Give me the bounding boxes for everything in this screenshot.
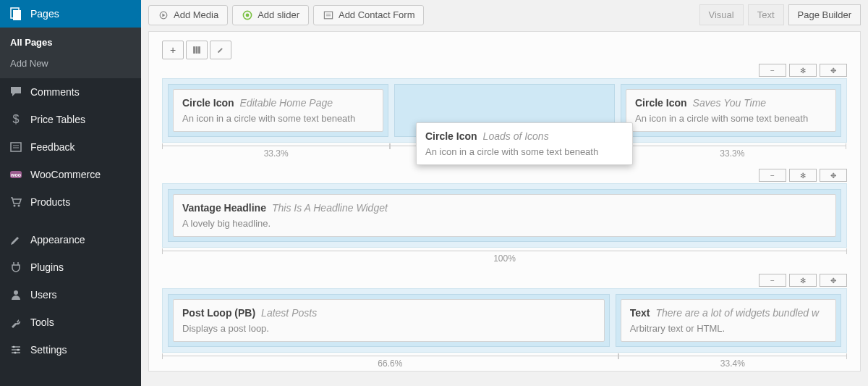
sidebar-item-products[interactable]: Products — [0, 188, 141, 216]
sidebar-item-settings[interactable]: Settings — [0, 336, 141, 364]
builder-cell[interactable]: Circle IconEditable Home Page An icon in… — [168, 84, 388, 137]
svg-point-14 — [13, 346, 15, 348]
svg-rect-23 — [193, 46, 195, 54]
tab-visual[interactable]: Visual — [699, 4, 744, 25]
prebuilt-button[interactable] — [210, 41, 231, 59]
user-icon — [9, 288, 23, 302]
svg-rect-1 — [13, 10, 21, 20]
sidebar-item-users[interactable]: Users — [0, 281, 141, 309]
slider-icon — [242, 9, 253, 21]
widget-text[interactable]: TextThere are a lot of widgets bundled w… — [621, 299, 836, 342]
subitem-add-new[interactable]: Add New — [0, 53, 141, 74]
row-delete-button[interactable]: − — [759, 64, 786, 77]
widget-vantage-headline[interactable]: Vantage HeadlineThis Is A Headline Widge… — [173, 194, 836, 237]
row-delete-button[interactable]: − — [759, 274, 786, 287]
svg-point-19 — [246, 13, 250, 17]
svg-rect-25 — [198, 46, 200, 54]
wrench-icon — [9, 315, 23, 330]
builder-cell[interactable]: Post Loop (PB)Latest Posts Displays a po… — [168, 294, 610, 347]
add-slider-button[interactable]: Add slider — [232, 5, 309, 25]
row-ruler: 66.6% 33.4% — [162, 356, 847, 369]
plug-icon — [9, 260, 23, 274]
row-settings-button[interactable]: ✻ — [789, 274, 817, 287]
sidebar-item-woocommerce[interactable]: woo WooCommerce — [0, 161, 141, 188]
add-media-button[interactable]: Add Media — [148, 5, 228, 25]
svg-text:$: $ — [13, 113, 20, 125]
row-ruler: 100% — [162, 251, 847, 264]
svg-point-15 — [17, 349, 20, 351]
row-move-button[interactable]: ✥ — [820, 64, 847, 77]
sidebar-label: Pages — [30, 8, 59, 20]
form-icon — [323, 9, 334, 21]
cart-icon — [9, 195, 23, 209]
widget-post-loop[interactable]: Post Loop (PB)Latest Posts Displays a po… — [173, 299, 605, 342]
feedback-icon — [9, 140, 23, 154]
svg-text:woo: woo — [10, 172, 21, 177]
tab-page-builder[interactable]: Page Builder — [788, 4, 861, 25]
widget-dragging[interactable]: Circle IconLoads of Icons An icon in a c… — [416, 122, 633, 165]
svg-point-16 — [14, 352, 17, 354]
sidebar-item-price-tables[interactable]: $ Price Tables — [0, 106, 141, 133]
add-widget-button[interactable]: + — [162, 41, 184, 59]
admin-sidebar: Pages All Pages Add New Comments $ Price… — [0, 0, 141, 386]
row-move-button[interactable]: ✥ — [820, 274, 847, 287]
woo-icon: woo — [9, 167, 23, 182]
sidebar-item-plugins[interactable]: Plugins — [0, 253, 141, 281]
sliders-icon — [9, 343, 23, 357]
builder-cell[interactable]: TextThere are a lot of widgets bundled w… — [616, 294, 841, 347]
row-controls: − ✻ ✥ — [162, 274, 847, 287]
builder-cell[interactable]: Vantage HeadlineThis Is A Headline Widge… — [168, 189, 841, 242]
builder-row[interactable]: Vantage HeadlineThis Is A Headline Widge… — [162, 183, 847, 248]
pages-icon — [9, 7, 23, 21]
row-delete-button[interactable]: − — [759, 169, 786, 182]
builder-mini-toolbar: + — [162, 41, 847, 59]
add-contact-form-button[interactable]: Add Contact Form — [313, 5, 425, 25]
svg-point-9 — [18, 205, 20, 207]
tab-text[interactable]: Text — [748, 4, 784, 25]
subitem-all-pages[interactable]: All Pages — [0, 32, 141, 53]
sidebar-item-tools[interactable]: Tools — [0, 309, 141, 336]
row-settings-button[interactable]: ✻ — [789, 169, 817, 182]
media-icon — [158, 9, 169, 21]
brush-icon — [9, 232, 23, 247]
svg-point-10 — [14, 290, 18, 295]
svg-rect-20 — [324, 12, 332, 19]
builder-row[interactable]: Post Loop (PB)Latest Posts Displays a po… — [162, 288, 847, 353]
editor-main: Add Media Add slider Add Contact Form Vi… — [141, 0, 868, 386]
sidebar-item-pages[interactable]: Pages — [0, 0, 141, 28]
add-row-button[interactable] — [186, 41, 208, 59]
comments-icon — [9, 85, 23, 99]
svg-point-8 — [14, 205, 16, 207]
row-settings-button[interactable]: ✻ — [789, 64, 817, 77]
page-builder-canvas: + − ✻ ✥ Circle IconEditable Home Page An… — [148, 31, 861, 372]
row-move-button[interactable]: ✥ — [820, 169, 847, 182]
sidebar-item-feedback[interactable]: Feedback — [0, 133, 141, 161]
builder-row[interactable]: Circle IconEditable Home Page An icon in… — [162, 78, 847, 143]
sidebar-submenu: All Pages Add New — [0, 28, 141, 78]
sidebar-item-comments[interactable]: Comments — [0, 78, 141, 106]
builder-cell[interactable]: Circle IconSaves You Time An icon in a c… — [621, 84, 841, 137]
svg-rect-3 — [11, 143, 21, 151]
widget-circle-icon[interactable]: Circle IconEditable Home Page An icon in… — [173, 89, 383, 132]
svg-rect-24 — [196, 46, 198, 54]
widget-circle-icon[interactable]: Circle IconSaves You Time An icon in a c… — [626, 89, 836, 132]
sidebar-item-appearance[interactable]: Appearance — [0, 226, 141, 253]
row-controls: − ✻ ✥ — [162, 169, 847, 182]
editor-toolbar: Add Media Add slider Add Contact Form Vi… — [148, 4, 861, 25]
dollar-icon: $ — [9, 112, 23, 127]
row-controls: − ✻ ✥ — [162, 64, 847, 77]
